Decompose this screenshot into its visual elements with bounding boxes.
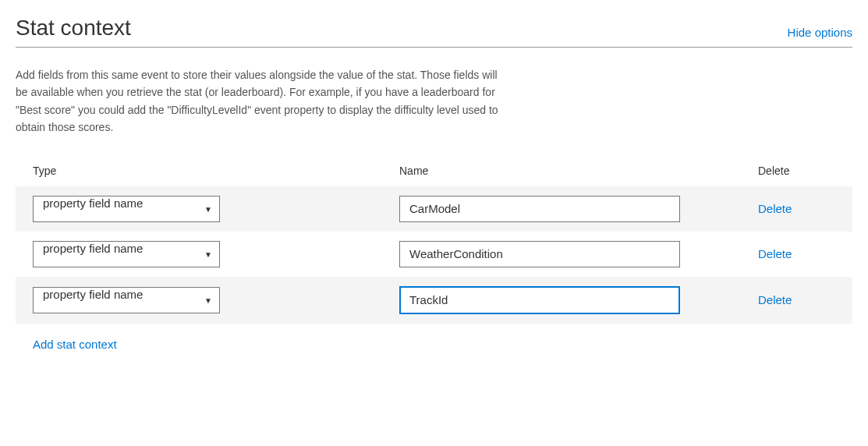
name-input[interactable] <box>399 241 680 267</box>
hide-options-link[interactable]: Hide options <box>788 26 852 41</box>
type-select-wrapper: property field name ▼ <box>33 241 220 267</box>
column-header-delete: Delete <box>758 165 852 177</box>
type-select[interactable]: property field name <box>33 287 220 313</box>
name-input[interactable] <box>399 286 680 314</box>
name-input[interactable] <box>399 196 680 222</box>
page-title: Stat context <box>16 16 131 41</box>
column-header-type: Type <box>33 165 399 177</box>
stat-context-table: Type Name Delete property field name ▼ D… <box>16 165 852 324</box>
column-header-name: Name <box>399 165 758 177</box>
delete-link[interactable]: Delete <box>758 202 792 215</box>
table-row: property field name ▼ Delete <box>16 232 852 277</box>
type-select-wrapper: property field name ▼ <box>33 196 220 222</box>
add-stat-context-link[interactable]: Add stat context <box>33 338 117 351</box>
delete-link[interactable]: Delete <box>758 247 792 260</box>
type-select-wrapper: property field name ▼ <box>33 287 220 313</box>
delete-link[interactable]: Delete <box>758 293 792 306</box>
type-select[interactable]: property field name <box>33 241 220 267</box>
table-header: Type Name Delete <box>16 165 852 186</box>
description-text: Add fields from this same event to store… <box>16 66 499 136</box>
type-select[interactable]: property field name <box>33 196 220 222</box>
table-row: property field name ▼ Delete <box>16 277 852 324</box>
table-row: property field name ▼ Delete <box>16 186 852 232</box>
